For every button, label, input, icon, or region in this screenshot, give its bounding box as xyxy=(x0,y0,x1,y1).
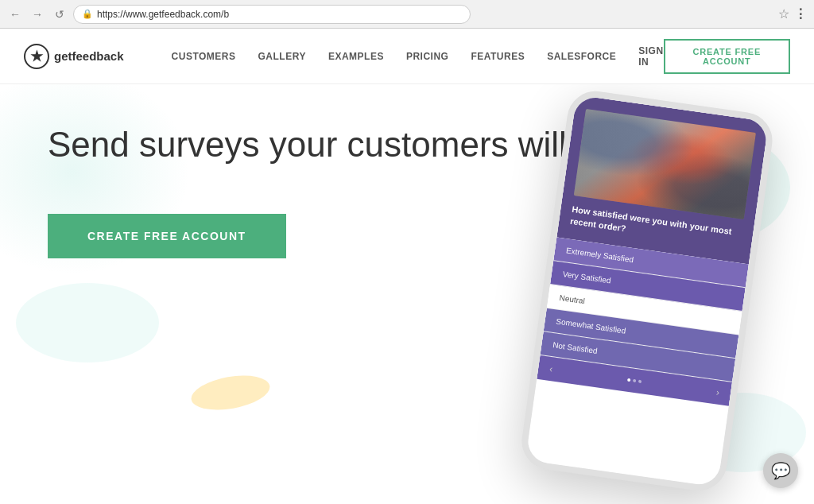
nav-gallery[interactable]: GALLERY xyxy=(258,51,306,62)
clothing-image-overlay xyxy=(574,109,756,219)
logo[interactable]: ★ getfeedback xyxy=(24,44,124,69)
phone-header: How satisfied were you with your most re… xyxy=(556,95,769,264)
navbar: ★ getfeedback CUSTOMERS GALLERY EXAMPLES… xyxy=(0,29,814,84)
phone-nav-dots xyxy=(627,378,642,382)
lock-icon: 🔒 xyxy=(82,9,93,19)
phone-dot-3 xyxy=(638,379,642,383)
chat-button[interactable]: 💬 xyxy=(763,453,798,488)
hero-cta-button[interactable]: CREATE FREE ACCOUNT xyxy=(48,214,286,258)
navbar-cta-button[interactable]: CREATE FREE ACCOUNT xyxy=(664,39,790,74)
browser-chrome: ← → ↺ 🔒 https://www.getfeedback.com/b ☆ … xyxy=(0,0,814,29)
bookmark-button[interactable]: ☆ xyxy=(778,6,789,21)
url-text: https://www.getfeedback.com/b xyxy=(97,9,229,20)
nav-links: CUSTOMERS GALLERY EXAMPLES PRICING FEATU… xyxy=(172,45,664,68)
phone-product-image xyxy=(574,109,756,219)
nav-salesforce[interactable]: SALESFORCE xyxy=(547,51,616,62)
nav-examples[interactable]: EXAMPLES xyxy=(328,51,384,62)
url-bar[interactable]: 🔒 https://www.getfeedback.com/b xyxy=(73,5,471,24)
nav-features[interactable]: FEATURES xyxy=(471,51,525,62)
yellow-blob xyxy=(188,370,272,416)
nav-signin[interactable]: SIGN IN xyxy=(638,45,663,68)
logo-star-icon: ★ xyxy=(30,48,43,65)
phone-dot-1 xyxy=(627,378,631,382)
phone-nav-prev: ‹ xyxy=(548,363,553,374)
browser-menu-button[interactable]: ⋮ xyxy=(794,6,808,21)
logo-text: getfeedback xyxy=(54,49,124,63)
phone-nav-next: › xyxy=(715,386,720,397)
hero-title: Send surveys your customers will love. xyxy=(48,124,650,166)
nav-pricing[interactable]: PRICING xyxy=(406,51,449,62)
logo-icon: ★ xyxy=(24,44,49,69)
forward-button[interactable]: → xyxy=(29,6,46,23)
blob-ml xyxy=(16,283,159,362)
phone-dot-2 xyxy=(633,378,637,382)
nav-customers[interactable]: CUSTOMERS xyxy=(172,51,236,62)
refresh-button[interactable]: ↺ xyxy=(51,6,68,23)
back-button[interactable]: ← xyxy=(6,6,24,23)
hero-section: Send surveys your customers will love. C… xyxy=(0,84,814,504)
